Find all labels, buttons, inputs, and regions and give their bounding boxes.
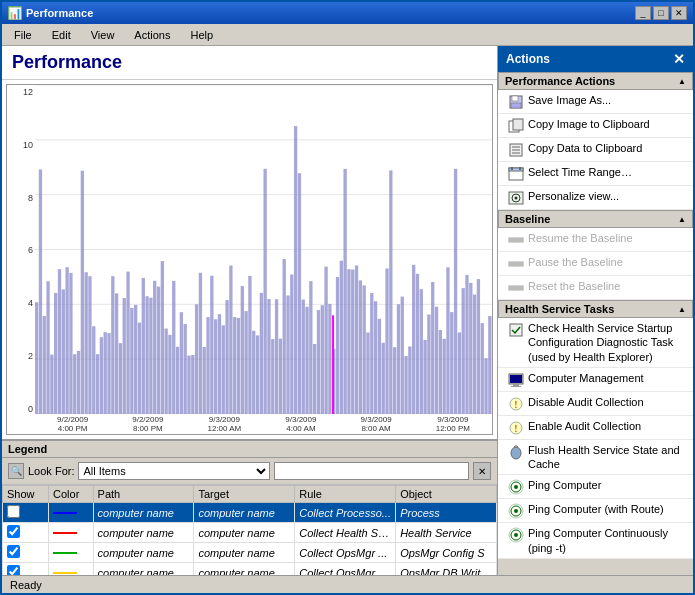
maximize-button[interactable]: □ [653, 6, 669, 20]
baseline-icon [508, 232, 524, 248]
main-window: 📊 Performance _ □ ✕ File Edit View Actio… [0, 0, 695, 595]
section-arrow: ▲ [678, 77, 686, 86]
action-label: Ping Computer [528, 478, 601, 492]
rule-cell: Collect OpsMgr ... [295, 543, 396, 563]
target-cell: computer name [194, 543, 295, 563]
show-cell[interactable] [3, 563, 49, 576]
chart-body [35, 85, 492, 414]
search-clear-button[interactable]: ✕ [473, 462, 491, 480]
legend-area: Legend 🔍 Look For: All Items ✕ Show [2, 439, 497, 575]
color-cell [49, 543, 94, 563]
main-content: Performance 12 10 8 6 4 2 0 [2, 46, 693, 575]
minimize-button[interactable]: _ [635, 6, 651, 20]
section-header[interactable]: Performance Actions▲ [498, 72, 693, 90]
show-cell[interactable] [3, 523, 49, 543]
baseline-icon [508, 280, 524, 296]
table-row[interactable]: computer namecomputer nameCollect Health… [3, 523, 497, 543]
x-label-2: 9/2/20098:00 PM [132, 415, 163, 433]
legend-table-wrap[interactable]: Show Color Path Target Rule Object compu… [2, 485, 497, 575]
show-checkbox[interactable] [7, 565, 20, 575]
action-item: Resume the Baseline [498, 228, 693, 252]
action-item[interactable]: Ping Computer Continuously (ping -t) [498, 523, 693, 559]
object-cell: Process [396, 503, 497, 523]
col-target: Target [194, 486, 295, 503]
actions-scroll[interactable]: Performance Actions▲Save Image As...Copy… [498, 72, 693, 575]
action-item: Pause the Baseline [498, 252, 693, 276]
action-label: Pause the Baseline [528, 255, 623, 269]
action-item[interactable]: Copy Data to Clipboard [498, 138, 693, 162]
legend-header: Legend [2, 441, 497, 458]
show-checkbox[interactable] [7, 545, 20, 558]
action-item[interactable]: Personalize view... [498, 186, 693, 210]
y-label-12: 12 [23, 87, 33, 97]
view-icon [508, 190, 524, 206]
search-input[interactable] [274, 462, 469, 480]
menu-file[interactable]: File [6, 27, 40, 43]
title-bar: 📊 Performance _ □ ✕ [2, 2, 693, 24]
action-item[interactable]: Ping Computer (with Route) [498, 499, 693, 523]
title-bar-left: 📊 Performance [8, 6, 93, 20]
action-item[interactable]: Computer Management [498, 368, 693, 392]
col-show: Show [3, 486, 49, 503]
legend-search: 🔍 Look For: All Items ✕ [2, 458, 497, 485]
menu-actions[interactable]: Actions [126, 27, 178, 43]
action-label: Reset the Baseline [528, 279, 620, 293]
show-cell[interactable] [3, 543, 49, 563]
path-cell: computer name [93, 523, 194, 543]
show-cell[interactable] [3, 503, 49, 523]
action-label: Flush Health Service State and Cache [528, 443, 687, 472]
section-label: Health Service Tasks [505, 303, 614, 315]
look-for-dropdown[interactable]: All Items [78, 462, 269, 480]
section-header[interactable]: Baseline▲ [498, 210, 693, 228]
action-label: Personalize view... [528, 189, 619, 203]
computer-icon [508, 372, 524, 388]
action-item[interactable]: Flush Health Service State and Cache [498, 440, 693, 476]
object-cell: Health Service [396, 523, 497, 543]
table-row[interactable]: computer namecomputer nameCollect Proces… [3, 503, 497, 523]
menu-help[interactable]: Help [182, 27, 221, 43]
show-checkbox[interactable] [7, 525, 20, 538]
search-icon: 🔍 [8, 463, 24, 479]
action-item[interactable]: Disable Audit Collection [498, 392, 693, 416]
performance-chart [35, 85, 492, 414]
section-label: Performance Actions [505, 75, 615, 87]
action-item[interactable]: Copy Image to Clipboard [498, 114, 693, 138]
col-rule: Rule [295, 486, 396, 503]
action-label: Copy Image to Clipboard [528, 117, 650, 131]
y-axis: 12 10 8 6 4 2 0 [7, 85, 35, 414]
action-item[interactable]: Check Health Service Startup Configurati… [498, 318, 693, 368]
time-icon [508, 166, 524, 182]
menu-edit[interactable]: Edit [44, 27, 79, 43]
action-item[interactable]: Save Image As... [498, 90, 693, 114]
actions-title: Actions [506, 52, 550, 66]
app-icon: 📊 [8, 6, 22, 20]
action-label: Resume the Baseline [528, 231, 633, 245]
action-item[interactable]: Ping Computer [498, 475, 693, 499]
show-checkbox[interactable] [7, 505, 20, 518]
object-cell: OpsMgr DB Writ... [396, 563, 497, 576]
legend-table: Show Color Path Target Rule Object compu… [2, 485, 497, 575]
section-header[interactable]: Health Service Tasks▲ [498, 300, 693, 318]
task-icon [508, 322, 524, 338]
actions-close-button[interactable]: ✕ [673, 51, 685, 67]
left-panel: Performance 12 10 8 6 4 2 0 [2, 46, 498, 575]
ping-icon [508, 527, 524, 543]
action-item[interactable]: Select Time Range… [498, 162, 693, 186]
table-row[interactable]: computer namecomputer nameCollect OpsMgr… [3, 543, 497, 563]
performance-header: Performance [2, 46, 497, 80]
look-for-label: Look For: [28, 465, 74, 477]
action-label: Disable Audit Collection [528, 395, 644, 409]
action-item[interactable]: Enable Audit Collection [498, 416, 693, 440]
y-label-10: 10 [23, 140, 33, 150]
action-item: Reset the Baseline [498, 276, 693, 300]
status-text: Ready [10, 579, 42, 591]
rule-cell: Collect Processo... [295, 503, 396, 523]
table-row[interactable]: computer namecomputer nameCollect OpsMgr… [3, 563, 497, 576]
copy-icon [508, 118, 524, 134]
data-icon [508, 142, 524, 158]
menu-view[interactable]: View [83, 27, 123, 43]
title-bar-controls[interactable]: _ □ ✕ [635, 6, 687, 20]
close-button[interactable]: ✕ [671, 6, 687, 20]
chart-inner: 12 10 8 6 4 2 0 9/2/20094:00 PM 9/2/2009… [6, 84, 493, 435]
path-cell: computer name [93, 503, 194, 523]
